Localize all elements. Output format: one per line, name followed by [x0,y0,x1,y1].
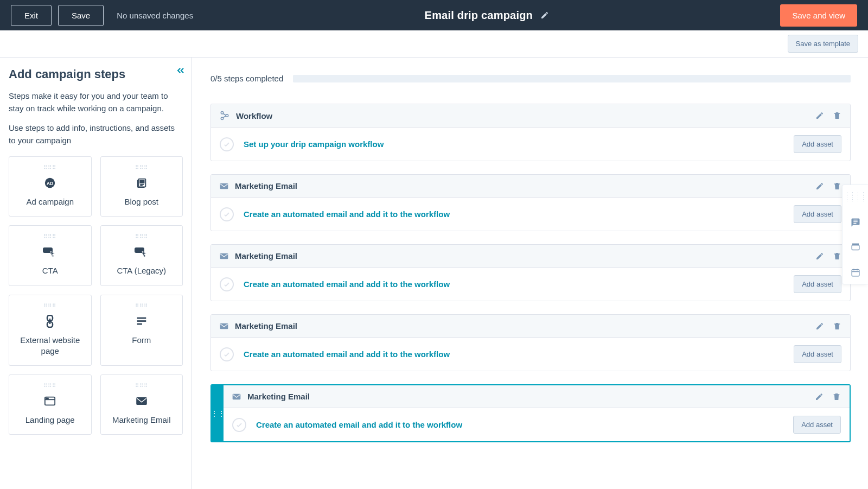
step-tile-landing-page[interactable]: ⠿⠿⠿ Landing page [9,374,92,435]
delete-step-icon[interactable] [832,392,841,401]
step-tile-external-website-page[interactable]: ⠿⠿⠿ External website page [9,295,92,366]
add-asset-button[interactable]: Add asset [794,345,841,363]
svg-rect-22 [220,183,228,189]
step-card: ⋮⋮ Marketing Email Create an automated e… [210,384,851,442]
delete-step-icon[interactable] [833,252,841,261]
svg-rect-11 [137,317,146,319]
tile-label: Marketing Email [112,415,171,426]
edit-step-icon[interactable] [815,252,824,261]
svg-rect-12 [137,320,146,322]
step-tile-ad-campaign[interactable]: ⠿⠿⠿ AD Ad campaign [9,156,92,217]
sidebar: Add campaign steps Steps make it easy fo… [0,58,192,489]
step-task-link[interactable]: Create an automated email and add it to … [244,350,794,359]
add-asset-button[interactable]: Add asset [794,135,841,153]
drag-grip-icon: ⠿⠿⠿ [43,303,56,309]
step-card: Marketing Email Create an automated emai… [210,244,851,301]
complete-toggle-icon[interactable] [232,418,246,432]
svg-rect-28 [852,270,859,276]
step-tile-form[interactable]: ⠿⠿⠿ Form [100,295,183,366]
collapse-sidebar-icon[interactable] [175,65,186,76]
step-type-label: Marketing Email [235,251,815,261]
workflow-icon [220,111,229,120]
step-header: Marketing Email [211,315,850,338]
edit-title-icon[interactable] [540,11,549,20]
sidebar-title: Add campaign steps [9,67,183,81]
step-tile-blog-post[interactable]: ⠿⠿⠿ Blog post [100,156,183,217]
delete-step-icon[interactable] [833,111,841,120]
edit-step-icon[interactable] [815,392,824,401]
svg-point-16 [46,398,47,398]
ad-icon: AD [44,176,56,190]
tile-label: CTA (Legacy) [117,265,166,276]
step-type-label: Marketing Email [247,392,815,401]
drag-grip-icon: ⠿⠿⠿ [43,383,56,389]
step-task-link[interactable]: Create an automated email and add it to … [244,280,794,289]
comments-icon[interactable] [851,218,860,227]
email-icon [136,394,148,408]
sidebar-description-1: Steps make it easy for you and your team… [9,90,183,115]
step-tile-marketing-email[interactable]: ⠿⠿⠿ Marketing Email [100,374,183,435]
save-and-view-button[interactable]: Save and view [780,4,857,27]
step-header: Marketing Email [224,385,850,408]
svg-rect-25 [233,393,241,399]
assets-panel-icon[interactable] [851,243,860,252]
top-header: Exit Save No unsaved changes Email drip … [0,0,868,30]
save-as-template-button[interactable]: Save as template [788,35,858,53]
tile-label: External website page [15,335,86,357]
step-task-link[interactable]: Create an automated email and add it to … [244,209,794,219]
step-type-label: Marketing Email [235,181,815,190]
exit-button[interactable]: Exit [11,5,52,26]
delete-step-icon[interactable] [833,322,841,331]
edit-step-icon[interactable] [815,111,824,120]
add-asset-button[interactable]: Add asset [793,416,841,434]
calendar-icon[interactable] [851,268,860,277]
svg-rect-13 [137,323,142,325]
svg-rect-27 [852,244,858,245]
edit-step-icon[interactable] [815,182,824,190]
complete-toggle-icon[interactable] [220,137,234,151]
step-task-link[interactable]: Create an automated email and add it to … [256,420,793,429]
svg-point-17 [48,398,48,398]
link-icon [44,314,55,328]
blog-icon [136,176,148,190]
complete-toggle-icon[interactable] [220,207,234,221]
complete-toggle-icon[interactable] [220,347,234,361]
campaign-title: Email drip campaign [425,9,533,22]
step-task-link[interactable]: Set up your drip campaign workflow [244,139,794,149]
tile-label: Form [132,335,151,346]
drag-grip-icon[interactable]: ⋮⋮⋮⋮⋮⋮⋮⋮ [845,192,866,202]
drag-grip-icon: ⠿⠿⠿ [135,383,148,389]
drag-grip-icon: ⠿⠿⠿ [135,233,148,239]
landing-icon [44,394,56,408]
step-card: Workflow Set up your drip campaign workf… [210,104,851,161]
step-header: Marketing Email [211,175,850,198]
step-tile-cta[interactable]: ⠿⠿⠿ CTA [9,225,92,285]
add-asset-button[interactable]: Add asset [794,205,841,223]
email-icon [232,393,241,400]
svg-rect-23 [220,253,228,259]
step-type-label: Workflow [236,111,815,120]
save-button[interactable]: Save [58,5,104,26]
cta-icon [135,245,149,259]
right-tool-rail: ⋮⋮⋮⋮⋮⋮⋮⋮ [842,185,868,284]
step-header: Marketing Email [211,245,850,268]
step-tile-cta-legacy-[interactable]: ⠿⠿⠿ CTA (Legacy) [100,225,183,285]
sub-header: Save as template [0,30,868,58]
step-card: Marketing Email Create an automated emai… [210,314,851,371]
delete-step-icon[interactable] [833,182,841,190]
cta-icon [43,245,57,259]
add-asset-button[interactable]: Add asset [794,275,841,293]
svg-rect-26 [852,245,859,250]
drag-handle[interactable]: ⋮⋮ [212,385,224,441]
step-card: Marketing Email Create an automated emai… [210,174,851,231]
complete-toggle-icon[interactable] [220,277,234,291]
save-status-text: No unsaved changes [117,11,193,20]
svg-point-21 [226,115,228,117]
edit-step-icon[interactable] [815,322,824,331]
svg-text:AD: AD [47,181,53,186]
email-icon [220,253,228,259]
progress-bar [293,75,851,82]
content-area: 0/5 steps completed Workflow Set up your… [192,58,868,489]
step-header: Workflow [211,104,850,128]
step-type-label: Marketing Email [235,321,815,331]
